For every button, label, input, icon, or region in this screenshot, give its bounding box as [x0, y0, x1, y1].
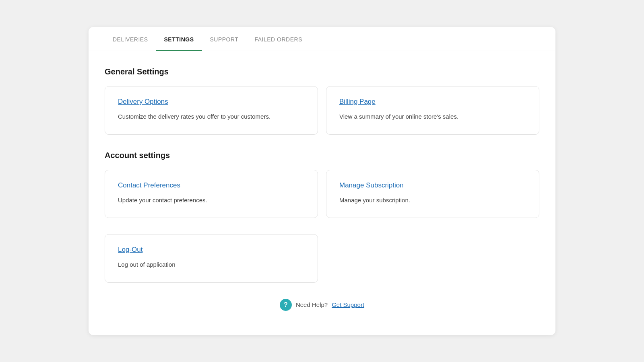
get-support-link[interactable]: Get Support [332, 301, 364, 308]
manage-subscription-link[interactable]: Manage Subscription [339, 181, 404, 189]
log-out-card: Log-Out Log out of application [105, 234, 318, 283]
delivery-options-card: Delivery Options Customize the delivery … [105, 86, 318, 135]
general-settings-section: General Settings Delivery Options Custom… [105, 67, 539, 135]
help-icon: ? [280, 299, 292, 311]
contact-preferences-description: Update your contact preferences. [118, 196, 305, 205]
help-section: ? Need Help? Get Support [105, 291, 539, 315]
tab-failed-orders[interactable]: FAILED ORDERS [246, 27, 310, 51]
account-settings-section: Account settings Contact Preferences Upd… [105, 151, 539, 283]
content-area: General Settings Delivery Options Custom… [89, 51, 555, 335]
tab-settings[interactable]: SETTINGS [156, 27, 202, 51]
contact-preferences-link[interactable]: Contact Preferences [118, 181, 180, 189]
account-settings-title: Account settings [105, 151, 539, 160]
log-out-description: Log out of application [118, 260, 305, 269]
account-settings-row1: Contact Preferences Update your contact … [105, 170, 539, 218]
log-out-link[interactable]: Log-Out [118, 246, 142, 254]
billing-page-link[interactable]: Billing Page [339, 98, 376, 106]
manage-subscription-description: Manage your subscription. [339, 196, 526, 205]
delivery-options-description: Customize the delivery rates you offer t… [118, 112, 305, 121]
general-settings-title: General Settings [105, 67, 539, 76]
contact-preferences-card: Contact Preferences Update your contact … [105, 170, 318, 218]
tab-support[interactable]: SUPPORT [202, 27, 247, 51]
billing-page-card: Billing Page View a summary of your onli… [326, 86, 539, 135]
account-settings-row2: Log-Out Log out of application [105, 234, 539, 283]
main-container: DELIVERIES SETTINGS SUPPORT FAILED ORDER… [89, 27, 555, 335]
general-settings-cards: Delivery Options Customize the delivery … [105, 86, 539, 135]
manage-subscription-card: Manage Subscription Manage your subscrip… [326, 170, 539, 218]
tab-deliveries[interactable]: DELIVERIES [105, 27, 156, 51]
billing-page-description: View a summary of your online store's sa… [339, 112, 526, 121]
tabs-bar: DELIVERIES SETTINGS SUPPORT FAILED ORDER… [89, 27, 555, 51]
delivery-options-link[interactable]: Delivery Options [118, 98, 168, 106]
help-text: Need Help? [296, 301, 328, 308]
